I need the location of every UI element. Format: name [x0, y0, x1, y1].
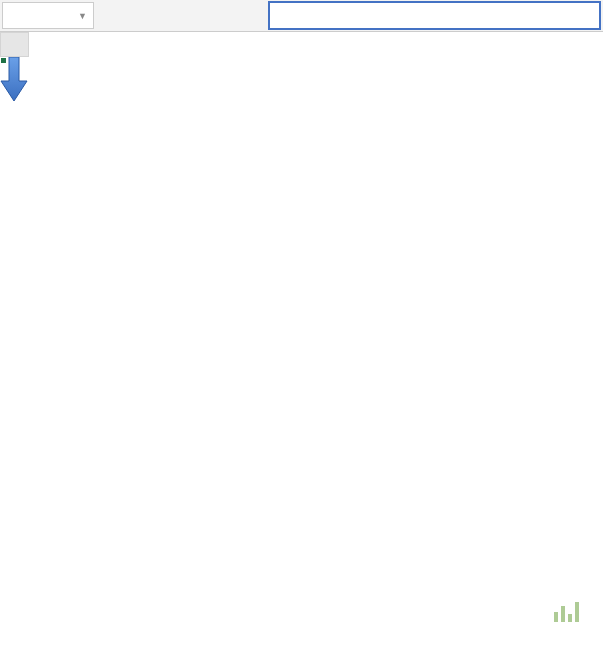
confirm-button[interactable] [208, 0, 238, 31]
spreadsheet-grid[interactable] [0, 32, 603, 57]
formula-bar: ▼ [0, 0, 603, 32]
name-box-dropdown-icon[interactable]: ▼ [78, 11, 87, 21]
formula-input[interactable] [268, 1, 601, 30]
select-all-corner[interactable] [1, 33, 29, 57]
watermark-bars-icon [554, 602, 579, 622]
cancel-button[interactable] [178, 0, 208, 31]
fill-handle[interactable] [0, 57, 7, 64]
watermark [554, 602, 585, 622]
column-headers-row [1, 33, 604, 57]
name-box[interactable]: ▼ [2, 2, 94, 29]
fx-button[interactable] [238, 0, 268, 31]
